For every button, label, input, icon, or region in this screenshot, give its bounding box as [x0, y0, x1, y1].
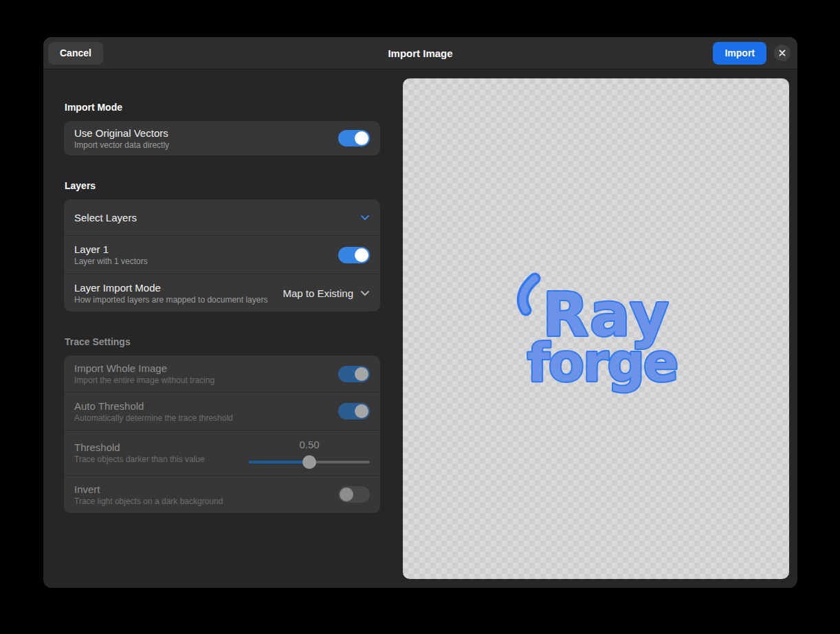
image-preview: Ray forge [403, 78, 789, 579]
close-icon [778, 49, 786, 57]
close-button[interactable] [774, 45, 791, 61]
use-original-vectors-toggle[interactable] [338, 130, 370, 146]
use-original-vectors-subtitle: Import vector data directly [74, 140, 169, 150]
import-image-dialog: Cancel Import Image Import Import Mode U… [43, 37, 797, 588]
toggle-knob [355, 131, 368, 145]
import-whole-image-subtitle: Import the entire image without tracing [74, 375, 214, 385]
auto-threshold-row: Auto Threshold Automatically determine t… [64, 392, 380, 430]
layer-import-mode-dropdown[interactable]: Map to Existing [283, 287, 370, 299]
threshold-slider-group: 0.50 [249, 435, 370, 472]
section-label-trace-settings: Trace Settings [65, 336, 379, 347]
settings-panel: Import Mode Use Original Vectors Import … [64, 102, 380, 513]
toggle-knob [355, 367, 368, 381]
layer-import-mode-subtitle: How imported layers are mapped to docume… [74, 295, 267, 305]
invert-title: Invert [74, 483, 223, 495]
toggle-knob [355, 404, 368, 418]
layer-import-mode-title: Layer Import Mode [74, 282, 267, 294]
layer-import-mode-row: Layer Import Mode How imported layers ar… [64, 274, 380, 311]
import-button[interactable]: Import [713, 42, 766, 65]
rayforge-logo: Ray forge [403, 78, 789, 579]
layer-import-mode-value: Map to Existing [283, 287, 353, 299]
layer-1-toggle[interactable] [338, 247, 370, 263]
section-label-layers: Layers [65, 180, 379, 191]
chevron-down-icon [360, 290, 370, 296]
threshold-value: 0.50 [249, 439, 370, 450]
invert-subtitle: Trace light objects on a dark background [74, 496, 223, 506]
use-original-vectors-row: Use Original Vectors Import vector data … [64, 121, 380, 155]
cancel-button[interactable]: Cancel [48, 42, 103, 65]
import-mode-card: Use Original Vectors Import vector data … [64, 121, 380, 155]
use-original-vectors-title: Use Original Vectors [74, 127, 169, 139]
layer-1-title: Layer 1 [74, 243, 148, 255]
import-whole-image-row: Import Whole Image Import the entire ima… [64, 356, 380, 392]
slider-fill [249, 461, 309, 463]
invert-row: Invert Trace light objects on a dark bac… [64, 475, 380, 513]
dialog-title: Import Image [43, 47, 797, 59]
logo-text-forge: forge [527, 332, 678, 393]
chevron-down-icon [360, 215, 370, 221]
threshold-slider [249, 455, 370, 469]
toggle-knob [340, 488, 353, 501]
toggle-knob [355, 248, 368, 262]
auto-threshold-toggle [338, 403, 370, 419]
header-bar: Cancel Import Image Import [43, 37, 797, 69]
layer-1-subtitle: Layer with 1 vectors [74, 256, 148, 266]
import-whole-image-toggle [338, 366, 370, 382]
auto-threshold-subtitle: Automatically determine the trace thresh… [74, 413, 233, 423]
slider-knob [302, 455, 316, 469]
section-label-import-mode: Import Mode [65, 102, 379, 113]
import-whole-image-title: Import Whole Image [74, 362, 214, 374]
threshold-title: Threshold [74, 441, 205, 453]
auto-threshold-title: Auto Threshold [74, 400, 233, 412]
invert-toggle [338, 486, 370, 503]
threshold-subtitle: Trace objects darker than this value [74, 455, 205, 464]
layers-card: Select Layers Layer 1 Layer with 1 vecto… [64, 199, 380, 311]
select-layers-expander[interactable]: Select Layers [64, 199, 380, 235]
trace-settings-card: Import Whole Image Import the entire ima… [64, 356, 380, 513]
select-layers-title: Select Layers [74, 212, 137, 223]
layer-1-row: Layer 1 Layer with 1 vectors [64, 235, 380, 274]
threshold-row: Threshold Trace objects darker than this… [64, 430, 380, 475]
